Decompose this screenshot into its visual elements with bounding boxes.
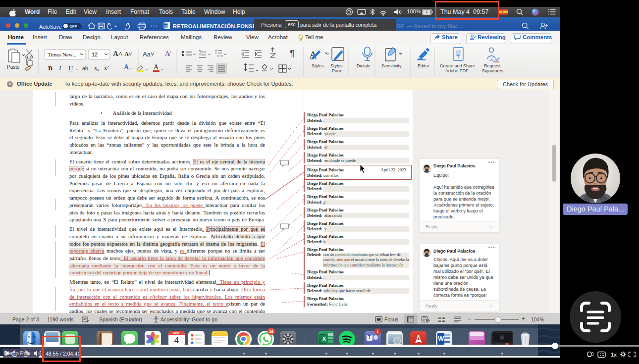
svg-text:W: W (164, 24, 168, 28)
svg-text:1x: 1x (611, 352, 617, 358)
